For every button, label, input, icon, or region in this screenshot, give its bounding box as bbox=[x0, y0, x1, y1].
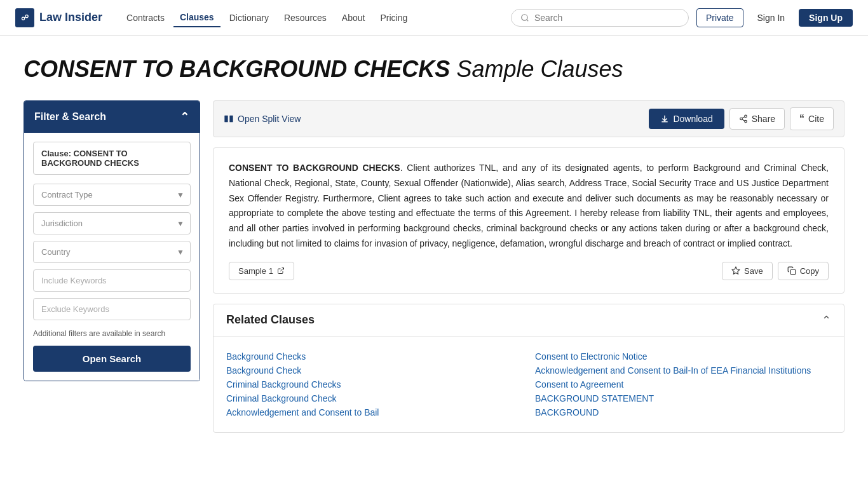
nav-about[interactable]: About bbox=[336, 9, 372, 27]
toolbar: Open Split View Download bbox=[213, 100, 844, 137]
share-button[interactable]: Share bbox=[729, 108, 785, 130]
private-button[interactable]: Private bbox=[696, 8, 743, 27]
page-title-normal: Sample Clauses bbox=[450, 56, 623, 82]
filter-title: Filter & Search bbox=[34, 111, 106, 123]
contract-type-wrap: Contract Type ▼ bbox=[33, 184, 191, 206]
download-icon bbox=[660, 114, 669, 123]
svg-marker-10 bbox=[732, 267, 740, 274]
include-keywords-input[interactable] bbox=[33, 269, 191, 292]
filter-header: Filter & Search ⌃ bbox=[24, 101, 200, 133]
cite-button[interactable]: “ Cite bbox=[790, 107, 834, 130]
related-section: Related Clauses ⌃ Background Checks Back… bbox=[213, 304, 844, 433]
clause-text: CONSENT TO BACKGROUND CHECKS. Client aut… bbox=[229, 161, 829, 252]
filter-body: Clause: CONSENT TO BACKGROUND CHECKS Con… bbox=[24, 133, 200, 381]
logo-link[interactable]: ☍ Law Insider bbox=[15, 8, 102, 27]
nav-dictionary[interactable]: Dictionary bbox=[223, 9, 275, 27]
copy-label: Copy bbox=[800, 266, 819, 276]
page-title-italic: CONSENT TO BACKGROUND CHECKS bbox=[24, 56, 450, 82]
cite-label: Cite bbox=[808, 114, 824, 124]
split-view-button[interactable]: Open Split View bbox=[224, 114, 301, 124]
content-area: Open Split View Download bbox=[213, 100, 844, 433]
copy-button[interactable]: Copy bbox=[778, 262, 829, 280]
sample-label: Sample 1 bbox=[238, 266, 273, 276]
nav-contracts[interactable]: Contracts bbox=[120, 9, 171, 27]
svg-line-1 bbox=[527, 19, 529, 21]
nav-pricing[interactable]: Pricing bbox=[374, 9, 414, 27]
country-select[interactable]: Country bbox=[33, 241, 191, 263]
clause-label-prefix: Clause: bbox=[41, 149, 71, 158]
toolbar-left: Open Split View bbox=[224, 114, 301, 124]
page-container: CONSENT TO BACKGROUND CHECKS Sample Clau… bbox=[8, 36, 860, 458]
related-link-3[interactable]: Criminal Background Check bbox=[226, 391, 522, 405]
related-link-2[interactable]: Criminal Background Checks bbox=[226, 377, 522, 391]
related-header: Related Clauses ⌃ bbox=[214, 304, 844, 337]
svg-point-0 bbox=[522, 14, 527, 20]
filter-note: Additional filters are available in sear… bbox=[33, 329, 191, 338]
exclude-keywords-input[interactable] bbox=[33, 298, 191, 320]
related-right-col: Consent to Electronic Notice Acknowledge… bbox=[535, 349, 831, 419]
share-label: Share bbox=[752, 114, 775, 124]
jurisdiction-wrap: Jurisdiction ▼ bbox=[33, 212, 191, 234]
signin-button[interactable]: Sign In bbox=[749, 9, 794, 27]
logo-text: Law Insider bbox=[39, 11, 102, 24]
related-body: Background Checks Background Check Crimi… bbox=[214, 337, 844, 432]
navbar: ☍ Law Insider Contracts Clauses Dictiona… bbox=[0, 0, 868, 36]
nav-actions: Private Sign In Sign Up bbox=[696, 8, 853, 27]
copy-icon bbox=[787, 266, 796, 275]
clause-box: CONSENT TO BACKGROUND CHECKS. Client aut… bbox=[213, 147, 844, 294]
related-link-r4[interactable]: BACKGROUND bbox=[535, 405, 831, 419]
toolbar-right: Download Share “ Cite bbox=[649, 107, 834, 130]
clause-text-bold: CONSENT TO BACKGROUND CHECKS bbox=[229, 163, 400, 173]
svg-point-6 bbox=[744, 120, 747, 123]
signup-button[interactable]: Sign Up bbox=[799, 9, 853, 27]
clause-text-body: . Client authorizes TNL, and any of its … bbox=[229, 163, 829, 248]
related-link-1[interactable]: Background Check bbox=[226, 363, 522, 377]
share-icon bbox=[739, 114, 748, 123]
cite-icon: “ bbox=[799, 113, 804, 125]
collapse-icon[interactable]: ⌃ bbox=[180, 110, 189, 124]
save-button[interactable]: Save bbox=[722, 262, 773, 280]
search-container bbox=[511, 9, 689, 27]
main-layout: Filter & Search ⌃ Clause: CONSENT TO BAC… bbox=[24, 100, 844, 433]
related-link-r0[interactable]: Consent to Electronic Notice bbox=[535, 349, 831, 363]
contract-type-select[interactable]: Contract Type bbox=[33, 184, 191, 206]
search-icon bbox=[520, 13, 529, 22]
clause-label: Clause: CONSENT TO BACKGROUND CHECKS bbox=[33, 142, 191, 175]
nav-links: Contracts Clauses Dictionary Resources A… bbox=[120, 8, 414, 27]
nav-search-wrap: Private Sign In Sign Up bbox=[511, 8, 853, 27]
download-button[interactable]: Download bbox=[649, 109, 724, 129]
related-left-col: Background Checks Background Check Crimi… bbox=[226, 349, 522, 419]
svg-point-5 bbox=[740, 118, 742, 120]
svg-rect-3 bbox=[229, 116, 233, 123]
related-link-0[interactable]: Background Checks bbox=[226, 349, 522, 363]
external-link-icon bbox=[277, 267, 285, 274]
svg-line-7 bbox=[742, 119, 745, 121]
filter-sidebar: Filter & Search ⌃ Clause: CONSENT TO BAC… bbox=[24, 100, 200, 381]
page-title: CONSENT TO BACKGROUND CHECKS Sample Clau… bbox=[24, 56, 844, 83]
related-link-4[interactable]: Acknowledgement and Consent to Bail bbox=[226, 405, 522, 419]
open-search-button[interactable]: Open Search bbox=[33, 346, 191, 372]
split-view-icon bbox=[224, 114, 234, 124]
search-input[interactable] bbox=[534, 13, 679, 23]
download-label: Download bbox=[673, 114, 712, 124]
country-wrap: Country ▼ bbox=[33, 241, 191, 263]
svg-point-4 bbox=[744, 115, 747, 118]
split-view-label: Open Split View bbox=[238, 114, 301, 124]
save-label: Save bbox=[744, 266, 763, 276]
sample-link[interactable]: Sample 1 bbox=[229, 262, 294, 280]
svg-line-9 bbox=[280, 268, 284, 272]
clause-actions: Sample 1 Save bbox=[229, 262, 829, 280]
svg-rect-11 bbox=[790, 270, 796, 275]
related-link-r3[interactable]: BACKGROUND STATEMENT bbox=[535, 391, 831, 405]
nav-clauses[interactable]: Clauses bbox=[173, 8, 220, 27]
jurisdiction-select[interactable]: Jurisdiction bbox=[33, 212, 191, 234]
logo-icon: ☍ bbox=[15, 8, 34, 27]
svg-line-8 bbox=[742, 117, 745, 118]
related-title: Related Clauses bbox=[226, 313, 315, 327]
related-link-r1[interactable]: Acknowledgement and Consent to Bail-In o… bbox=[535, 363, 831, 377]
star-icon bbox=[731, 266, 740, 275]
clause-action-btns: Save Copy bbox=[722, 262, 829, 280]
nav-resources[interactable]: Resources bbox=[278, 9, 333, 27]
related-collapse-icon[interactable]: ⌃ bbox=[822, 313, 831, 327]
related-link-r2[interactable]: Consent to Agreement bbox=[535, 377, 831, 391]
